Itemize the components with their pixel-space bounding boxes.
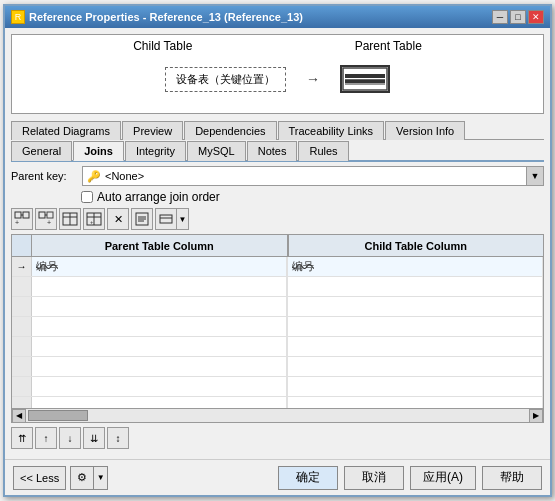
maximize-button[interactable]: □ (510, 10, 526, 24)
tab-mysql[interactable]: MySQL (187, 141, 246, 161)
child-col-header: Child Table Column (288, 235, 544, 256)
tabs-row-2: General Joins Integrity MySQL Notes Rule… (11, 140, 544, 162)
more-dropdown: ▼ (155, 208, 189, 230)
move-up-button[interactable]: ↑ (35, 427, 57, 449)
table-button[interactable] (59, 208, 81, 230)
key-icon: 🔑 (87, 170, 101, 183)
auto-arrange-row: Auto arrange join order (11, 190, 544, 204)
relationship-arrow: → (306, 71, 320, 87)
parent-col-cell[interactable]: 编号 (32, 257, 287, 276)
scroll-right-button[interactable]: ▶ (529, 409, 543, 423)
child-table-name: 设备表（关键位置） (176, 73, 275, 85)
joins-tab-content: Parent key: 🔑 <None> ▼ Auto arrange join… (11, 162, 544, 453)
table-row[interactable]: → 编号 编号 (12, 257, 543, 277)
table-row[interactable] (12, 397, 543, 408)
svg-rect-0 (343, 68, 387, 90)
tab-traceability-links[interactable]: Traceability Links (278, 121, 385, 140)
add-join-button[interactable]: + (11, 208, 33, 230)
toolbar: + + (11, 208, 544, 230)
indicator-col-header (12, 235, 32, 256)
minimize-button[interactable]: ─ (492, 10, 508, 24)
tab-rules[interactable]: Rules (298, 141, 348, 161)
row-indicator: → (12, 257, 32, 276)
parent-table-symbol (340, 65, 390, 93)
svg-rect-9 (47, 212, 53, 218)
settings-button[interactable]: ⚙ (70, 466, 94, 490)
auto-arrange-label: Auto arrange join order (97, 190, 220, 204)
svg-rect-23 (160, 215, 172, 223)
table-row[interactable] (12, 357, 543, 377)
tab-integrity[interactable]: Integrity (125, 141, 186, 161)
table-row[interactable] (12, 337, 543, 357)
child-table-label: Child Table (133, 39, 192, 53)
parent-key-label: Parent key: (11, 170, 76, 182)
add-join2-button[interactable]: + (35, 208, 57, 230)
parent-key-value: <None> (105, 170, 144, 182)
window-title: Reference Properties - Reference_13 (Ref… (29, 11, 303, 23)
delete-button[interactable]: ✕ (107, 208, 129, 230)
svg-rect-8 (39, 212, 45, 218)
parent-key-select-wrapper: 🔑 <None> ▼ (82, 166, 544, 186)
settings-dropdown-arrow[interactable]: ▼ (94, 466, 108, 490)
confirm-button[interactable]: 确定 (278, 466, 338, 490)
tab-version-info[interactable]: Version Info (385, 121, 465, 140)
parent-table-label: Parent Table (355, 39, 422, 53)
child-col-cell[interactable] (287, 277, 543, 296)
close-button[interactable]: ✕ (528, 10, 544, 24)
sort-buttons-row: ⇈ ↑ ↓ ⇊ ↕ (11, 427, 544, 449)
child-col-value: 编号 (292, 259, 314, 274)
more-button[interactable] (155, 208, 177, 230)
child-table-box: 设备表（关键位置） (165, 67, 286, 92)
title-bar: R Reference Properties - Reference_13 (R… (5, 6, 550, 28)
settings-dropdown: ⚙ ▼ (70, 466, 108, 490)
tab-notes[interactable]: Notes (247, 141, 298, 161)
parent-key-dropdown-arrow[interactable]: ▼ (526, 166, 544, 186)
svg-text:+: + (15, 219, 19, 226)
row-indicator (12, 277, 32, 296)
move-bottom-button[interactable]: ⇊ (83, 427, 105, 449)
svg-text:+: + (90, 219, 94, 225)
table-row[interactable] (12, 317, 543, 337)
horizontal-scrollbar[interactable]: ◀ ▶ (12, 408, 543, 422)
table-row[interactable] (12, 277, 543, 297)
scroll-left-button[interactable]: ◀ (12, 409, 26, 423)
more-dropdown-arrow[interactable]: ▼ (177, 208, 189, 230)
tab-preview[interactable]: Preview (122, 121, 183, 140)
apply-button[interactable]: 应用(A) (410, 466, 476, 490)
table-row[interactable] (12, 377, 543, 397)
parent-col-cell[interactable] (32, 277, 287, 296)
auto-arrange-checkbox[interactable] (81, 191, 93, 203)
parent-key-select[interactable]: 🔑 <None> (82, 166, 544, 186)
sort-action-button[interactable]: ↕ (107, 427, 129, 449)
main-window: R Reference Properties - Reference_13 (R… (3, 4, 552, 497)
scroll-track[interactable] (26, 409, 529, 423)
tabs-row-1: Related Diagrams Preview Dependencies Tr… (11, 120, 544, 140)
tab-dependencies[interactable]: Dependencies (184, 121, 276, 140)
table2-button[interactable]: + (83, 208, 105, 230)
parent-col-value: 编号 (36, 259, 58, 274)
footer: << Less ⚙ ▼ 确定 取消 应用(A) 帮助 (5, 459, 550, 495)
child-col-cell[interactable]: 编号 (287, 257, 543, 276)
tab-related-diagrams[interactable]: Related Diagrams (11, 121, 121, 140)
table-body: → 编号 编号 (12, 257, 543, 408)
tab-joins[interactable]: Joins (73, 141, 124, 161)
window-icon: R (11, 10, 25, 24)
table-header: Parent Table Column Child Table Column (12, 235, 543, 257)
move-top-button[interactable]: ⇈ (11, 427, 33, 449)
svg-rect-5 (23, 212, 29, 218)
tab-general[interactable]: General (11, 141, 72, 161)
diagram-area: Child Table Parent Table 设备表（关键位置） → (11, 34, 544, 114)
export-button[interactable] (131, 208, 153, 230)
svg-text:+: + (47, 219, 51, 226)
parent-col-header: Parent Table Column (32, 235, 288, 256)
help-button[interactable]: 帮助 (482, 466, 542, 490)
table-row[interactable] (12, 297, 543, 317)
svg-rect-4 (15, 212, 21, 218)
scroll-thumb[interactable] (28, 410, 88, 421)
joins-table: Parent Table Column Child Table Column →… (11, 234, 544, 423)
cancel-button[interactable]: 取消 (344, 466, 404, 490)
less-button[interactable]: << Less (13, 466, 66, 490)
move-down-button[interactable]: ↓ (59, 427, 81, 449)
